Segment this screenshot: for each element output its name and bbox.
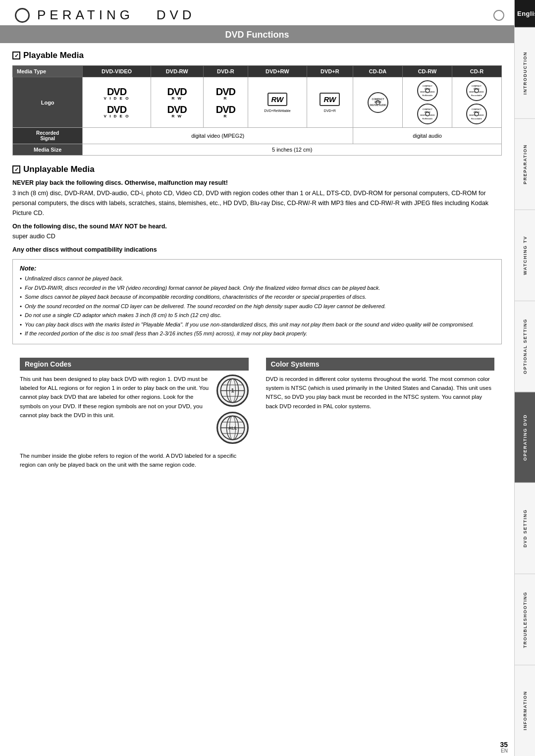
playable-checkbox-icon	[12, 52, 20, 59]
header-circle-right-icon	[493, 10, 504, 21]
globe-icon: 1	[216, 375, 249, 407]
svg-text:disc: disc	[424, 110, 430, 113]
svg-text:ALL: ALL	[228, 426, 237, 431]
page-title: PERATING DVD	[37, 7, 196, 23]
logo-dvd-video: DVD V I D E O DVD V I D E O	[83, 77, 151, 128]
color-systems-text: DVD is recorded in different color syste…	[266, 375, 495, 411]
language-label: English	[515, 0, 535, 27]
logo-row-label: Logo	[13, 77, 83, 128]
globe-all-icon: ALL	[216, 412, 249, 444]
section-title-bar: DVD Functions	[0, 27, 514, 43]
logo-dvd-rw: DVD R W DVD R W	[151, 77, 203, 128]
unplayable-warning-bold: NEVER play back the following discs. Oth…	[12, 179, 502, 186]
note-list: Unfinalized discs cannot be played back.…	[20, 274, 494, 338]
region-codes-header: Region Codes	[20, 358, 249, 371]
svg-text:DIGITAL AUDIO: DIGITAL AUDIO	[470, 91, 484, 93]
color-systems-title: Color Systems	[271, 360, 320, 368]
media-size-value: 5 inches (12 cm)	[83, 144, 502, 156]
svg-text:disc: disc	[424, 87, 430, 90]
logo-dvdplus-r: RW DVD+R	[307, 77, 353, 128]
svg-text:Recordable: Recordable	[472, 117, 483, 120]
media-size-label: Media Size	[13, 144, 83, 156]
color-systems-section: Color Systems DVD is recorded in differe…	[259, 352, 502, 476]
recorded-signal-row: RecordedSignal digital video (MPEG2) dig…	[13, 128, 502, 144]
svg-text:DIGITAL AUDIO: DIGITAL AUDIO	[420, 114, 434, 116]
note-item-6: You can play back discs with the marks l…	[20, 321, 494, 329]
bottom-columns: Region Codes	[12, 352, 502, 476]
recorded-signal-cd-value: digital audio	[353, 128, 502, 144]
sidebar-tab-introduction[interactable]: INTRODUCTION	[515, 27, 535, 118]
note-box: Note: Unfinalized discs cannot be played…	[12, 259, 502, 344]
col-header-dvd-rw: DVD-RW	[151, 66, 203, 77]
col-header-dvd-video: DVD-VIDEO	[83, 66, 151, 77]
svg-text:Recordable: Recordable	[472, 94, 483, 97]
region-codes-text2: The number inside the globe refers to re…	[20, 451, 249, 470]
page-lang: EN	[501, 748, 508, 754]
sidebar-tab-operating-dvd[interactable]: OPERATING DVD	[515, 392, 535, 483]
unplayable-subhead2: Any other discs without compatibility in…	[12, 246, 502, 253]
note-item-5: Do not use a single CD adaptor which mak…	[20, 311, 494, 320]
logo-row: Logo DVD V I D E O DVD V I D E O	[13, 77, 502, 128]
unplayable-media-heading: Unplayable Media	[12, 164, 502, 174]
logo-cd-da: COMPACT disc DIGITAL AUDIO	[353, 77, 403, 128]
unplayable-subhead1-text: super audio CD	[12, 231, 502, 241]
note-title: Note:	[20, 265, 494, 272]
unplayable-subhead1: On the following disc, the sound MAY NOT…	[12, 223, 502, 230]
note-item-4: Only the sound recorded on the normal CD…	[20, 302, 494, 311]
region-codes-section: Region Codes	[12, 352, 259, 476]
svg-text:disc: disc	[474, 110, 480, 113]
sidebar-tab-watching-tv[interactable]: WATCHING TV	[515, 210, 535, 301]
media-size-row: Media Size 5 inches (12 cm)	[13, 144, 502, 156]
unplayable-warning-text: 3 inch (8 cm) disc, DVD-RAM, DVD-audio, …	[12, 188, 502, 218]
unplayable-checkbox-icon	[12, 165, 20, 173]
playable-media-heading: Playable Media	[12, 51, 502, 60]
media-table: Media Type DVD-VIDEO DVD-RW DVD-R DVD+RW…	[12, 65, 502, 156]
svg-text:ReWritable: ReWritable	[422, 117, 433, 120]
page-number: 35	[500, 741, 508, 749]
region-codes-title: Region Codes	[25, 360, 71, 368]
sidebar-tab-optional-setting[interactable]: OPTIONAL SETTING	[515, 301, 535, 392]
color-systems-header: Color Systems	[266, 358, 495, 371]
svg-text:disc: disc	[474, 87, 480, 90]
col-header-cd-da: CD-DA	[353, 66, 403, 77]
main-content: PERATING DVD DVD Functions Playable Medi…	[0, 0, 514, 483]
svg-text:DIGITAL AUDIO: DIGITAL AUDIO	[420, 91, 434, 93]
sidebar: English INTRODUCTION PREPARATION WATCHIN…	[514, 0, 535, 756]
col-header-cd-r: CD-R	[452, 66, 501, 77]
sidebar-tab-information[interactable]: INFORMATION	[515, 665, 535, 756]
sidebar-tab-preparation[interactable]: PREPARATION	[515, 118, 535, 210]
col-header-media-type: Media Type	[13, 66, 83, 77]
section-title: DVD Functions	[225, 30, 289, 40]
note-item-7: If the recorded portion of the disc is t…	[20, 329, 494, 338]
note-item-2: For DVD-RW/R, discs recorded in the VR (…	[20, 284, 494, 292]
region-codes-text1: This unit has been designed to play back…	[20, 375, 249, 420]
logo-cd-r: COMPACT disc DIGITAL AUDIO Recordable	[452, 77, 501, 128]
note-item-3: Some discs cannot be played back because…	[20, 293, 494, 301]
svg-text:disc: disc	[374, 100, 381, 104]
playable-media-title: Playable Media	[23, 51, 84, 60]
page-header: PERATING DVD	[0, 0, 514, 27]
sidebar-tab-troubleshooting[interactable]: TROUBLESHOOTING	[515, 574, 535, 665]
header-circle-icon	[15, 8, 30, 23]
logo-cd-rw: COMPACT disc DIGITAL AUDIO ReWritable	[403, 77, 452, 128]
col-header-dvdplus-r: DVD+R	[307, 66, 353, 77]
sidebar-tab-dvd-setting[interactable]: DVD SETTING	[515, 483, 535, 574]
content-area: Playable Media Media Type DVD-VIDEO DVD-…	[0, 43, 514, 483]
logo-dvdplus-rw: RW DVD+ReWritable	[248, 77, 307, 128]
recorded-signal-label: RecordedSignal	[13, 128, 83, 144]
svg-text:DIGITAL AUDIO: DIGITAL AUDIO	[470, 114, 484, 116]
svg-text:ReWritable: ReWritable	[422, 94, 433, 97]
globe-icons: 1 AL	[216, 375, 249, 444]
col-header-dvdplus-rw: DVD+RW	[248, 66, 307, 77]
unplayable-media-title: Unplayable Media	[23, 164, 95, 174]
svg-text:1: 1	[231, 387, 234, 393]
note-item-1: Unfinalized discs cannot be played back.	[20, 274, 494, 283]
col-header-cd-rw: CD-RW	[403, 66, 452, 77]
col-header-dvd-r: DVD-R	[203, 66, 248, 77]
logo-dvd-r: DVD R DVD R	[203, 77, 248, 128]
recorded-signal-dvd-value: digital video (MPEG2)	[83, 128, 353, 144]
svg-text:DIGITAL AUDIO: DIGITAL AUDIO	[370, 104, 386, 107]
sidebar-tabs: INTRODUCTION PREPARATION WATCHING TV OPT…	[515, 27, 535, 756]
